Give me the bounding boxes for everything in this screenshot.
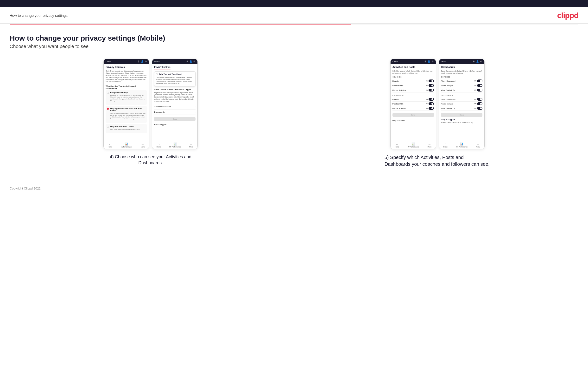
- screenshot-pair-left: ‹ Back ⚲ 👤 ⚙ Privacy Controls Control ho…: [104, 59, 198, 149]
- performance-icon-3: 📊: [412, 142, 415, 146]
- follower-insights-label: Round Insights: [441, 103, 453, 105]
- feature-dashboards[interactable]: Dashboards ›: [154, 109, 196, 115]
- nav-menu-3[interactable]: ☰ Menu: [428, 142, 432, 148]
- phone-header-2: ‹ Back ⚲ 👤 ⚙: [152, 59, 198, 64]
- popup-radio-circle[interactable]: [156, 73, 158, 75]
- footer: Copyright Clippd 2022: [0, 182, 588, 195]
- activities-posts-text: Select the types of activity that you'd …: [392, 70, 434, 74]
- phone-nav-2: ⌂ Home 📊 My Performance ☰ Menu: [152, 141, 198, 149]
- nav-menu-label-2: Menu: [189, 146, 193, 148]
- coach-manual-toggle[interactable]: [429, 89, 434, 92]
- dashboards-title: Dashboards: [441, 66, 482, 68]
- nav-performance-2[interactable]: 📊 My Performance: [169, 142, 181, 148]
- help-support-3[interactable]: Help & Support: [392, 118, 434, 123]
- coach-player-toggle[interactable]: [477, 80, 482, 82]
- home-icon-2: ⌂: [158, 143, 159, 146]
- show-hide-text: Regardless of the privacy controls that …: [154, 92, 196, 102]
- profile-icon-3[interactable]: 👤: [428, 60, 430, 63]
- radio-approved[interactable]: [107, 108, 109, 110]
- feature-activities[interactable]: Activities and Posts ›: [154, 104, 196, 109]
- settings-icon-3[interactable]: ⚙: [432, 60, 434, 63]
- phone-body-3: Activities and Posts Select the types of…: [390, 64, 436, 141]
- nav-home-label-3: Home: [395, 146, 399, 148]
- help-support-title-4: Help & Support: [441, 119, 482, 121]
- back-button-3[interactable]: ‹ Back: [392, 60, 398, 63]
- phone-screen-4: ‹ Back ⚲ 👤 ⚙ Dashboards Select the dashb…: [439, 59, 484, 149]
- caption-right: 5) Specify which Activities, Posts and D…: [385, 154, 490, 167]
- nav-menu-1[interactable]: ☰ Menu: [141, 142, 145, 148]
- search-icon-3[interactable]: ⚲: [424, 60, 427, 63]
- coach-workon-row: What To Work On ON: [441, 88, 482, 92]
- nav-menu-4[interactable]: ☰ Menu: [476, 142, 480, 148]
- follower-player-toggle[interactable]: [477, 98, 482, 101]
- nav-performance-4[interactable]: 📊 My Performance: [456, 142, 467, 148]
- coach-rounds-label: Rounds: [392, 80, 399, 82]
- save-button-4[interactable]: Save: [441, 113, 482, 117]
- follower-workon-toggle[interactable]: [477, 107, 482, 110]
- follower-insights-toggle[interactable]: [477, 102, 482, 105]
- phone-screen-2: ‹ Back ⚲ 👤 ⚙ Privacy Controls: [152, 59, 198, 149]
- radio-everyone[interactable]: [107, 92, 109, 94]
- phone-body-2: Privacy Controls Only You and Your Coach…: [152, 64, 198, 141]
- nav-home-3[interactable]: ⌂ Home: [395, 143, 399, 148]
- coach-insights-toggle[interactable]: [477, 84, 482, 87]
- search-icon-2[interactable]: ⚲: [186, 60, 188, 63]
- back-button-2[interactable]: ‹ Back: [154, 60, 159, 63]
- option-only-you[interactable]: Only You and Your Coach Only you and the…: [106, 124, 147, 133]
- coach-insights-label: Round Insights: [441, 84, 453, 87]
- everyone-sublabel: Everyone on Clippd can search for you an…: [110, 95, 146, 102]
- only-you-label: Only You and Your Coach: [110, 125, 146, 127]
- nav-home-label-1: Home: [108, 146, 112, 148]
- search-icon-4[interactable]: ⚲: [473, 60, 475, 63]
- nav-menu-label-4: Menu: [476, 146, 480, 148]
- nav-performance-1[interactable]: 📊 My Performance: [121, 142, 132, 148]
- follower-drills-toggle[interactable]: [429, 102, 434, 105]
- screenshot-group-right: ‹ Back ⚲ 👤 ⚙ Activities and Posts Select…: [296, 59, 579, 167]
- profile-icon-4[interactable]: 👤: [476, 60, 479, 63]
- coach-rounds-toggle[interactable]: [429, 80, 434, 82]
- settings-icon-2[interactable]: ⚙: [193, 60, 196, 63]
- logo: clippd: [557, 11, 578, 20]
- settings-icon-4[interactable]: ⚙: [480, 60, 482, 63]
- popup-title: Only You and Your Coach: [159, 73, 182, 75]
- profile-icon-1[interactable]: 👤: [141, 60, 143, 63]
- settings-icon-1[interactable]: ⚙: [145, 60, 147, 63]
- phone-screen-1: ‹ Back ⚲ 👤 ⚙ Privacy Controls Control ho…: [104, 59, 149, 149]
- coach-workon-on: ON: [474, 89, 476, 91]
- follower-manual-toggle[interactable]: [429, 107, 434, 110]
- profile-icon-2[interactable]: 👤: [190, 60, 192, 63]
- back-button-1[interactable]: ‹ Back: [106, 60, 111, 63]
- nav-home-4[interactable]: ⌂ Home: [443, 143, 448, 148]
- nav-menu-label-3: Menu: [428, 146, 432, 148]
- coaches-header-3: COACHES: [392, 76, 434, 78]
- nav-home-label-4: Home: [443, 146, 448, 148]
- nav-home-2[interactable]: ⌂ Home: [156, 143, 161, 148]
- phone-nav-4: ⌂ Home 📊 My Performance ☰ Menu: [439, 141, 484, 149]
- nav-menu-2[interactable]: ☰ Menu: [189, 142, 193, 148]
- coach-drills-label: Practice Drills: [392, 84, 404, 87]
- follower-workon-on: ON: [474, 108, 476, 109]
- only-you-sublabel: Only you and the coaches you connect wit…: [110, 128, 146, 130]
- performance-icon-1: 📊: [125, 142, 128, 146]
- header-icons-3: ⚲ 👤 ⚙: [424, 60, 434, 63]
- coach-drills-toggle[interactable]: [429, 84, 434, 87]
- save-button-2[interactable]: Save: [154, 117, 196, 121]
- search-icon-1[interactable]: ⚲: [137, 60, 140, 63]
- dashboards-label: Dashboards: [154, 111, 164, 113]
- save-button-3[interactable]: Save: [392, 113, 434, 117]
- nav-performance-3[interactable]: 📊 My Performance: [407, 142, 419, 148]
- back-label-4: Back: [442, 60, 446, 63]
- coach-rounds-row: Rounds ON: [392, 79, 434, 83]
- radio-only-you[interactable]: [107, 126, 109, 128]
- privacy-tab-2[interactable]: Privacy Controls: [154, 66, 171, 69]
- help-support-2[interactable]: Help & Support: [154, 122, 196, 127]
- option-approved[interactable]: Only Approved Followers and Your Coach O…: [106, 106, 147, 123]
- coach-workon-toggle[interactable]: [477, 89, 482, 92]
- nav-home-1[interactable]: ⌂ Home: [108, 143, 112, 148]
- back-button-4[interactable]: ‹ Back: [441, 60, 446, 63]
- popup-only-you: Only You and Your Coach Only you and the…: [154, 71, 196, 86]
- follower-rounds-toggle[interactable]: [429, 98, 434, 101]
- option-everyone[interactable]: Everyone on Clippd Everyone on Clippd ca…: [106, 90, 147, 105]
- screenshot-group-left: ‹ Back ⚲ 👤 ⚙ Privacy Controls Control ho…: [10, 59, 292, 166]
- copyright: Copyright Clippd 2022: [10, 187, 41, 190]
